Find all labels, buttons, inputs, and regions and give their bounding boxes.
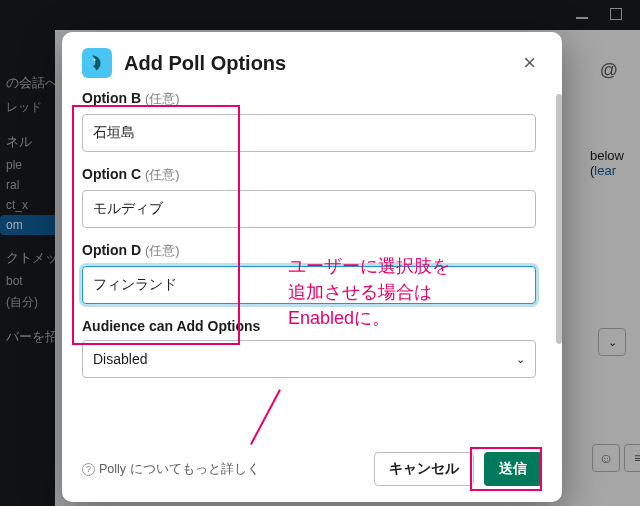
option-b-input[interactable] — [82, 114, 536, 152]
option-c-label-text: Option C — [82, 166, 141, 182]
audience-value: Disabled — [93, 351, 147, 367]
option-b-field: Option B (任意) — [82, 90, 536, 152]
cancel-button[interactable]: キャンセル — [374, 452, 474, 486]
option-d-field: Option D (任意) — [82, 242, 536, 304]
submit-button[interactable]: 送信 — [484, 452, 542, 486]
option-d-label-text: Option D — [82, 242, 141, 258]
polly-more-text: Polly についてもっと詳しく — [99, 461, 260, 478]
optional-hint: (任意) — [145, 167, 180, 182]
option-c-input[interactable] — [82, 190, 536, 228]
optional-hint: (任意) — [145, 243, 180, 258]
modal-title: Add Poll Options — [124, 52, 517, 75]
close-button[interactable]: × — [517, 50, 542, 76]
chevron-down-icon: ⌄ — [516, 353, 525, 366]
modal-body: Option B (任意) Option C (任意) Option D (任意… — [62, 90, 562, 442]
audience-field: Audience can Add Options Disabled ⌄ — [82, 318, 536, 378]
close-icon: × — [523, 50, 536, 75]
option-c-field: Option C (任意) — [82, 166, 536, 228]
add-poll-options-modal: Add Poll Options × Option B (任意) Option … — [62, 32, 562, 502]
option-d-label: Option D (任意) — [82, 242, 536, 260]
audience-label: Audience can Add Options — [82, 318, 536, 334]
option-b-label: Option B (任意) — [82, 90, 536, 108]
option-d-input[interactable] — [82, 266, 536, 304]
option-c-label: Option C (任意) — [82, 166, 536, 184]
audience-select[interactable]: Disabled ⌄ — [82, 340, 536, 378]
modal-body-inner: Option B (任意) Option C (任意) Option D (任意… — [62, 90, 556, 442]
help-icon: ? — [82, 463, 95, 476]
modal-footer: ? Polly についてもっと詳しく キャンセル 送信 — [62, 442, 562, 502]
scrollbar[interactable] — [556, 94, 562, 344]
parrot-icon — [87, 53, 107, 73]
optional-hint: (任意) — [145, 91, 180, 106]
polly-app-icon — [82, 48, 112, 78]
modal-header: Add Poll Options × — [62, 32, 562, 90]
option-b-label-text: Option B — [82, 90, 141, 106]
polly-more-link[interactable]: ? Polly についてもっと詳しく — [82, 461, 364, 478]
svg-point-0 — [94, 59, 96, 61]
